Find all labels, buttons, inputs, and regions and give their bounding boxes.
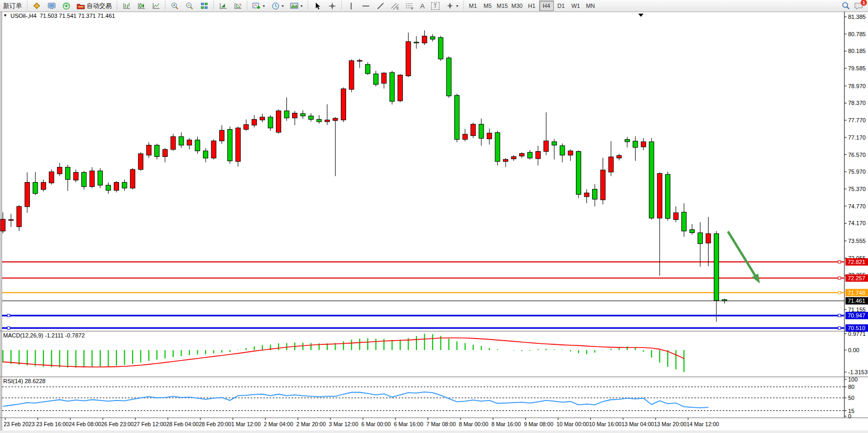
bar-chart-type-button[interactable] [119, 0, 134, 12]
candle-body [155, 145, 159, 157]
autotrading-button[interactable]: 自动交易 [73, 0, 115, 12]
crosshair-tool-button[interactable] [325, 0, 339, 12]
new-order-button[interactable]: 新订单 [0, 0, 25, 12]
zoom-in-button[interactable] [167, 0, 182, 12]
candle-body [82, 172, 87, 186]
line-handle[interactable] [7, 314, 10, 317]
svg-text:1 Mar 12:00: 1 Mar 12:00 [231, 421, 261, 427]
candle-body [706, 234, 711, 243]
symbol-ohlc-label: USOil-,H4 71.503 71.541 71.371 71.461 [10, 13, 115, 19]
candle-body [260, 117, 265, 120]
text-tool-button[interactable]: A [417, 0, 428, 12]
price-axis[interactable]: 81.38580.78580.18579.58578.97078.37077.7… [844, 14, 867, 419]
timeframe-h1-button[interactable]: H1 [524, 1, 539, 11]
cursor-tool-button[interactable] [310, 0, 325, 12]
text-label-icon: T [431, 2, 440, 10]
candle-body [552, 142, 556, 145]
candle-body [66, 167, 70, 179]
candle-body [503, 160, 508, 162]
search-icon[interactable] [842, 2, 850, 10]
line-handle[interactable] [7, 327, 10, 330]
candle-body [341, 89, 346, 120]
timeframe-m1-button[interactable]: M1 [466, 1, 480, 11]
zoom-in-icon [170, 2, 179, 10]
signals-button[interactable] [59, 0, 73, 12]
candle-body [657, 174, 662, 218]
zoom-out-button[interactable] [182, 0, 197, 12]
line-handle[interactable] [838, 314, 841, 317]
candle-body [617, 155, 621, 158]
terminal-button[interactable] [44, 0, 59, 12]
rsi-level-lines [2, 387, 844, 411]
indicator-window-a-button[interactable] [216, 0, 230, 12]
rsi-line [3, 392, 709, 408]
svg-text:80: 80 [848, 384, 854, 390]
svg-text:6 Mar 16:00: 6 Mar 16:00 [394, 421, 423, 427]
candle-body [528, 152, 532, 158]
svg-text:77.170: 77.170 [848, 134, 866, 141]
candle-body [641, 142, 646, 147]
trend-arrow-object[interactable] [728, 231, 760, 283]
svg-text:2 Mar 20:00: 2 Mar 20:00 [296, 421, 326, 427]
svg-text:50: 50 [848, 395, 854, 401]
symbol-dropdown-icon[interactable]: ▼ [3, 13, 7, 18]
chart-shift-marker[interactable] [638, 14, 644, 17]
shapes-tool-button[interactable]: ▾ [443, 0, 462, 12]
channel-tool-button[interactable]: E [388, 0, 402, 12]
svg-text:23 Feb 2023: 23 Feb 2023 [4, 421, 35, 427]
gold-diamond-icon [33, 2, 41, 10]
timeframe-d1-button[interactable]: D1 [554, 1, 569, 11]
tile-windows-button[interactable] [197, 0, 211, 12]
line-handle[interactable] [838, 277, 841, 279]
zoom-out-icon [185, 2, 194, 10]
timeframe-m30-button[interactable]: M30 [510, 1, 524, 11]
candle-body [430, 37, 435, 39]
templates-button[interactable]: ▾ [287, 0, 306, 12]
candle-chart-type-button[interactable] [134, 0, 148, 12]
indicator-window-b-button[interactable] [230, 0, 245, 12]
timeframe-h4-button[interactable]: H4 [539, 1, 554, 11]
chart-canvas[interactable]: 81.38580.78580.18579.58578.97078.37077.7… [0, 12, 868, 433]
fibonacci-tool-button[interactable]: F [402, 0, 417, 12]
toolbar-separator [307, 1, 308, 10]
tile-windows-icon [200, 2, 208, 10]
add-indicator-button[interactable]: ▾ [249, 0, 268, 12]
timeframe-m15-button[interactable]: M15 [495, 1, 510, 11]
chart-frame [0, 12, 868, 433]
line-handle[interactable] [838, 327, 841, 330]
periods-button[interactable]: ▾ [268, 0, 287, 12]
timeframe-m5-button[interactable]: M5 [480, 1, 495, 11]
candle-body [301, 114, 305, 116]
horizontal-line-tool-button[interactable] [358, 0, 373, 12]
timeframe-w1-button[interactable]: W1 [569, 1, 583, 11]
candle-body [195, 140, 200, 151]
line-handle[interactable] [838, 291, 841, 294]
clock-icon [271, 2, 280, 10]
svg-text:13 Mar 20:00: 13 Mar 20:00 [654, 421, 687, 427]
candle-body [98, 171, 103, 185]
toolbar-separator [247, 1, 248, 10]
candle-body [373, 74, 378, 85]
candle-body [130, 170, 135, 188]
line-chart-icon [152, 2, 160, 10]
toolbar-separator [213, 1, 214, 10]
timeframe-mn-button[interactable]: MN [583, 1, 598, 11]
trendline-tool-button[interactable] [373, 0, 388, 12]
text-label-tool-button[interactable]: T [428, 0, 443, 12]
candle-body [228, 130, 232, 161]
candle-body [106, 185, 111, 191]
chart-profile-button[interactable] [29, 0, 44, 12]
chart-window[interactable]: 81.38580.78580.18579.58578.97078.37077.7… [0, 12, 868, 433]
candle-body [325, 120, 329, 122]
line-handle[interactable] [838, 260, 841, 263]
vertical-line-tool-button[interactable] [344, 0, 358, 12]
line-chart-type-button[interactable] [148, 0, 163, 12]
chat-icon[interactable]: 1 [853, 2, 864, 10]
time-axis[interactable]: 23 Feb 202323 Feb 16:0024 Feb 08:0026 Fe… [4, 418, 719, 427]
svg-text:10 Mar 16:00: 10 Mar 16:00 [589, 421, 621, 427]
svg-text:70.510: 70.510 [848, 325, 865, 331]
svg-text:-1.3153: -1.3153 [848, 369, 867, 375]
svg-text:28 Feb 04:00: 28 Feb 04:00 [166, 421, 199, 427]
svg-text:23 Feb 16:00: 23 Feb 16:00 [36, 421, 69, 427]
candle-body [293, 113, 297, 118]
